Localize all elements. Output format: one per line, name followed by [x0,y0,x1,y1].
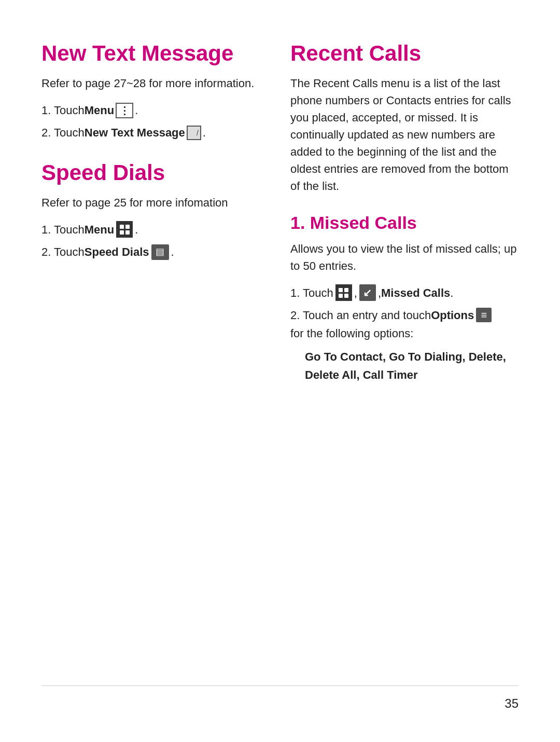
recent-calls-section: Recent Calls The Recent Calls menu is a … [290,42,519,195]
speed-dials-title: Speed Dials [41,161,259,185]
options-block: Go To Contact, Go To Dialing, Delete, De… [305,348,519,384]
new-message-icon [187,126,201,140]
options-text: Go To Contact, Go To Dialing, Delete, De… [305,350,506,381]
page-number: 35 [505,696,519,711]
missed-calls-body: Allows you to view the list of missed ca… [290,240,519,274]
speed-dials-intro: Refer to page 25 for more infomation [41,194,259,211]
page-footer: 35 [41,685,519,711]
recent-calls-body: The Recent Calls menu is a list of the l… [290,75,519,195]
speed-dials-step1: 1. Touch Menu . [41,221,259,239]
speed-dial-icon [151,244,169,260]
recent-calls-title: Recent Calls [290,42,519,65]
right-column: Recent Calls The Recent Calls menu is a … [290,42,519,675]
new-text-step1: 1. Touch Menu ⋮ . [41,101,259,119]
missed-calls-title: 1. Missed Calls [290,213,519,232]
menu-vertical-icon: ⋮ [116,103,133,118]
recent-calls-icon [359,284,376,301]
speed-dials-section: Speed Dials Refer to page 25 for more in… [41,161,259,262]
speed-dials-step2: 2. Touch Speed Dials . [41,243,259,261]
missed-grid-icon [335,284,352,301]
missed-calls-section: 1. Missed Calls Allows you to view the l… [290,213,519,384]
left-column: New Text Message Refer to page 27~28 for… [41,42,259,675]
page-container: New Text Message Refer to page 27~28 for… [0,0,560,742]
new-text-message-section: New Text Message Refer to page 27~28 for… [41,42,259,142]
options-list-icon [476,308,492,322]
new-text-message-intro: Refer to page 27~28 for more information… [41,75,259,92]
missed-calls-step2: 2. Touch an entry and touch Options for … [290,306,519,342]
new-text-message-title: New Text Message [41,42,259,65]
two-column-layout: New Text Message Refer to page 27~28 for… [41,42,519,675]
new-text-step2: 2. Touch New Text Message . [41,123,259,142]
missed-calls-step1: 1. Touch , , Missed Ca [290,284,519,302]
menu-grid-icon [116,221,133,238]
